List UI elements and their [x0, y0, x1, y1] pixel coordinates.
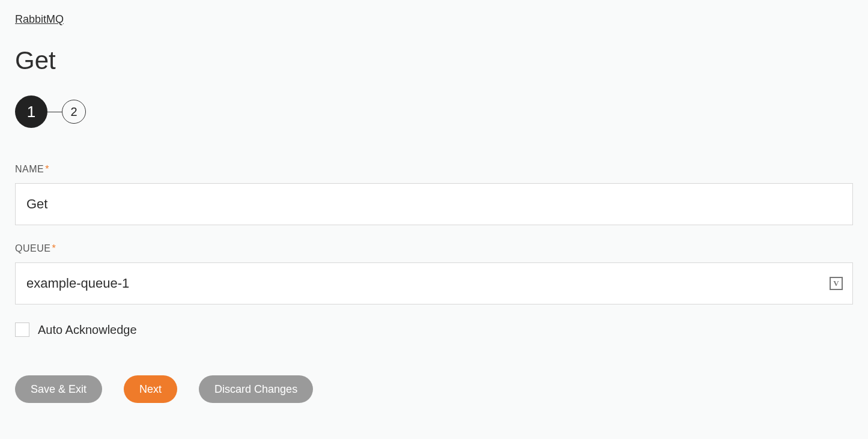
variable-icon: V: [830, 277, 843, 290]
name-input[interactable]: [15, 183, 853, 225]
breadcrumb-rabbitmq[interactable]: RabbitMQ: [15, 13, 64, 26]
auto-ack-label: Auto Acknowledge: [38, 323, 137, 337]
step-1[interactable]: 1: [15, 95, 47, 128]
variable-picker-button[interactable]: V: [829, 276, 843, 291]
auto-ack-checkbox-row[interactable]: Auto Acknowledge: [15, 322, 853, 337]
name-label-text: NAME: [15, 164, 44, 174]
step-2[interactable]: 2: [62, 100, 86, 124]
stepper: 1 2: [15, 95, 853, 128]
name-label: NAME*: [15, 164, 853, 175]
next-button[interactable]: Next: [124, 375, 177, 403]
discard-button[interactable]: Discard Changes: [199, 375, 313, 403]
queue-input[interactable]: [15, 262, 853, 304]
save-exit-button[interactable]: Save & Exit: [15, 375, 102, 403]
queue-label: QUEUE*: [15, 243, 853, 254]
required-marker: *: [52, 243, 56, 253]
required-marker: *: [45, 164, 49, 174]
step-connector: [47, 112, 62, 112]
page-title: Get: [15, 46, 853, 75]
auto-ack-checkbox[interactable]: [15, 322, 29, 337]
queue-label-text: QUEUE: [15, 243, 50, 253]
